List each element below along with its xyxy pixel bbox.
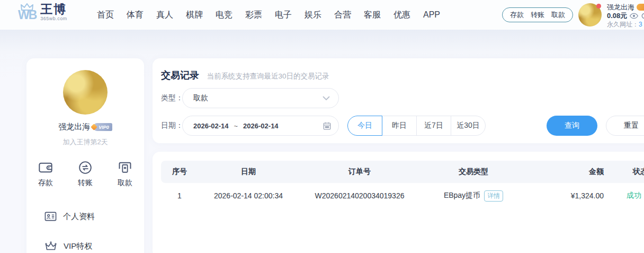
- wallet-actions-pill: 存款 转账 取款: [502, 7, 573, 22]
- col-header-index: 序号: [161, 167, 198, 177]
- col-header-status: 状态: [611, 167, 644, 177]
- sidebar-item-vip[interactable]: VIP特权: [44, 241, 144, 251]
- withdraw-link[interactable]: 取款: [551, 10, 565, 20]
- cell-order-no: W20260214020034019326: [299, 191, 421, 200]
- top-navigation-bar: WB 王博 365wb.com 首页 体育 真人 棋牌 电竞 彩票 电子 娱乐 …: [0, 0, 644, 30]
- diamond-icon: [91, 124, 97, 130]
- col-header-type: 交易类型: [421, 167, 526, 177]
- range-7days-button[interactable]: 近7日: [416, 116, 451, 136]
- nav-item-esports[interactable]: 电竞: [216, 10, 232, 21]
- type-filter-label: 类型：: [161, 93, 183, 103]
- transfer-link[interactable]: 转账: [531, 10, 544, 20]
- transaction-type-text: EBpay提币: [444, 191, 480, 200]
- range-today-button[interactable]: 今日: [347, 116, 382, 136]
- profile-sidebar: 强龙出海 VIP0 加入王博第2天 存款 转账: [26, 58, 144, 253]
- id-card-icon: [44, 211, 57, 222]
- table-row: 1 2026-02-14 02:00:34 W20260214020034019…: [161, 183, 644, 208]
- site-url-value[interactable]: 3: [639, 21, 642, 28]
- main-nav: 首页 体育 真人 棋牌 电竞 彩票 电子 娱乐 合营 客服 优惠 APP: [97, 0, 440, 30]
- cell-amount: ¥1,324.00: [526, 191, 611, 200]
- quick-actions: 存款 转账 取款: [26, 161, 144, 188]
- nav-item-partner[interactable]: 合营: [334, 10, 351, 21]
- transaction-table-panel: 序号 日期 订单号 交易类型 金额 状态 1 2026-02-14 02:00:…: [153, 152, 644, 253]
- nav-item-entertainment[interactable]: 娱乐: [305, 10, 321, 21]
- notification-dot: [596, 4, 601, 8]
- date-to-value: 2026-02-14: [243, 122, 279, 130]
- crown-icon: [44, 241, 57, 251]
- username-text: 强龙出海: [607, 3, 634, 11]
- nav-item-promo[interactable]: 优惠: [393, 10, 410, 21]
- join-days-text: 加入王博第2天: [26, 137, 144, 147]
- table-header-row: 序号 日期 订单号 交易类型 金额 状态: [161, 161, 644, 183]
- calendar-icon[interactable]: [323, 122, 331, 130]
- quick-action-label: 存款: [38, 178, 53, 188]
- nav-item-app[interactable]: APP: [423, 10, 440, 20]
- reset-button[interactable]: 重置: [606, 116, 644, 136]
- vip-level-badge: VIP0: [93, 123, 112, 131]
- range-yesterday-button[interactable]: 昨日: [382, 116, 417, 136]
- transfer-icon: [78, 161, 93, 175]
- detail-button[interactable]: 详情: [484, 190, 503, 202]
- vip-badge-icon: [637, 4, 644, 11]
- nav-item-slots[interactable]: 电子: [275, 10, 292, 21]
- refresh-icon[interactable]: [641, 12, 644, 20]
- quick-action-label: 取款: [118, 178, 132, 188]
- cell-status: 成功: [605, 191, 644, 200]
- site-url-label: 永久网址：: [607, 21, 639, 28]
- date-filter-label: 日期：: [161, 121, 183, 130]
- logo-mark: WB: [18, 3, 36, 21]
- sidebar-username: 强龙出海: [58, 122, 90, 132]
- quick-date-range-group: 今日 昨日 近7日 近30日: [347, 116, 486, 136]
- page-title: 交易记录: [161, 70, 199, 81]
- logo-wb-text: WB: [18, 9, 36, 21]
- sidebar-avatar[interactable]: [63, 70, 108, 115]
- nav-item-lottery[interactable]: 彩票: [245, 10, 262, 21]
- quick-action-transfer[interactable]: 转账: [78, 161, 93, 188]
- app-window: WB 王博 365wb.com 首页 体育 真人 棋牌 电竞 彩票 电子 娱乐 …: [0, 0, 644, 253]
- type-select[interactable]: 取款: [182, 88, 339, 108]
- sidebar-item-label: VIP特权: [64, 241, 92, 251]
- cell-date: 2026-02-14 02:00:34: [198, 191, 299, 200]
- site-logo[interactable]: WB 王博 365wb.com: [18, 3, 67, 21]
- user-info-block: 强龙出海 0.08元 永久网址：3: [607, 3, 644, 29]
- quick-action-label: 转账: [78, 178, 93, 188]
- cell-type: EBpay提币 详情: [421, 190, 526, 202]
- sidebar-item-profile[interactable]: 个人资料: [44, 211, 144, 222]
- nav-item-sports[interactable]: 体育: [127, 10, 144, 21]
- nav-item-live[interactable]: 真人: [156, 10, 173, 21]
- eye-icon[interactable]: [630, 13, 638, 19]
- transaction-filter-panel: 交易记录 当前系统支持查询最近30日的交易记录 类型： 取款 日期： 2026-…: [153, 58, 644, 143]
- date-range-input[interactable]: 2026-02-14 ~ 2026-02-14: [182, 116, 339, 136]
- col-header-date: 日期: [198, 167, 299, 177]
- user-avatar[interactable]: [578, 3, 602, 27]
- col-header-order: 订单号: [299, 167, 421, 177]
- nav-item-board[interactable]: 棋牌: [186, 10, 203, 21]
- cell-index: 1: [161, 191, 198, 200]
- balance-value: 0.08元: [607, 11, 627, 20]
- sidebar-item-label: 个人资料: [63, 212, 95, 222]
- date-from-value: 2026-02-14: [193, 122, 229, 130]
- quick-action-withdraw[interactable]: 取款: [118, 161, 132, 188]
- vip-level-text: VIP0: [99, 125, 109, 130]
- date-separator: ~: [234, 122, 238, 130]
- chevron-down-icon: [323, 96, 330, 101]
- nav-item-service[interactable]: 客服: [364, 10, 381, 21]
- search-button[interactable]: 查询: [547, 116, 597, 136]
- deposit-link[interactable]: 存款: [510, 10, 524, 20]
- range-30days-button[interactable]: 近30日: [451, 116, 486, 136]
- atm-icon: [118, 161, 132, 175]
- logo-site-name: 王博: [40, 3, 67, 16]
- quick-action-deposit[interactable]: 存款: [38, 161, 53, 188]
- page-subtitle: 当前系统支持查询最近30日的交易记录: [207, 72, 329, 80]
- wallet-icon: [38, 161, 53, 175]
- nav-item-home[interactable]: 首页: [97, 10, 114, 21]
- col-header-amount: 金额: [526, 167, 611, 177]
- logo-domain: 365wb.com: [40, 16, 67, 21]
- type-select-value: 取款: [193, 93, 323, 103]
